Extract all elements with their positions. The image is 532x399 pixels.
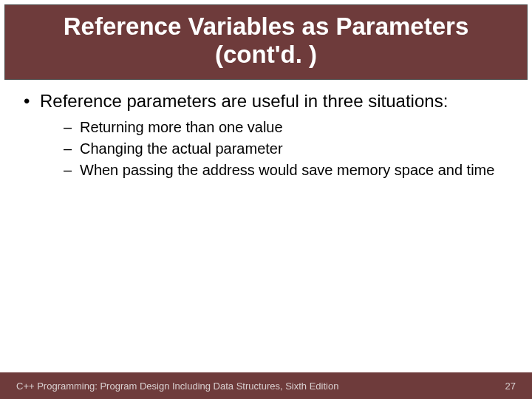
bullet-dot-icon: •: [22, 90, 40, 112]
bullet-dash-icon: –: [64, 161, 80, 180]
bullet-dash-icon: –: [64, 140, 80, 158]
page-number: 27: [505, 381, 516, 392]
bullet-level2: – Changing the actual parameter: [64, 140, 510, 158]
bullet-level2-text: When passing the address would save memo…: [80, 161, 494, 180]
content-area: • Reference parameters are useful in thr…: [0, 80, 532, 372]
footer-text: C++ Programming: Program Design Includin…: [16, 381, 338, 392]
title-bar: Reference Variables as Parameters (cont'…: [4, 4, 528, 80]
bullet-level2: – When passing the address would save me…: [64, 161, 510, 180]
bullet-level2-text: Returning more than one value: [80, 118, 283, 137]
footer-bar: C++ Programming: Program Design Includin…: [0, 372, 532, 399]
sub-bullet-list: – Returning more than one value – Changi…: [22, 118, 510, 180]
bullet-level1: • Reference parameters are useful in thr…: [22, 90, 510, 112]
bullet-dash-icon: –: [64, 118, 80, 137]
slide-title: Reference Variables as Parameters (cont'…: [20, 13, 512, 69]
bullet-level2-text: Changing the actual parameter: [80, 140, 283, 158]
bullet-level1-text: Reference parameters are useful in three…: [40, 90, 448, 112]
bullet-level2: – Returning more than one value: [64, 118, 510, 137]
slide: Reference Variables as Parameters (cont'…: [0, 0, 532, 399]
